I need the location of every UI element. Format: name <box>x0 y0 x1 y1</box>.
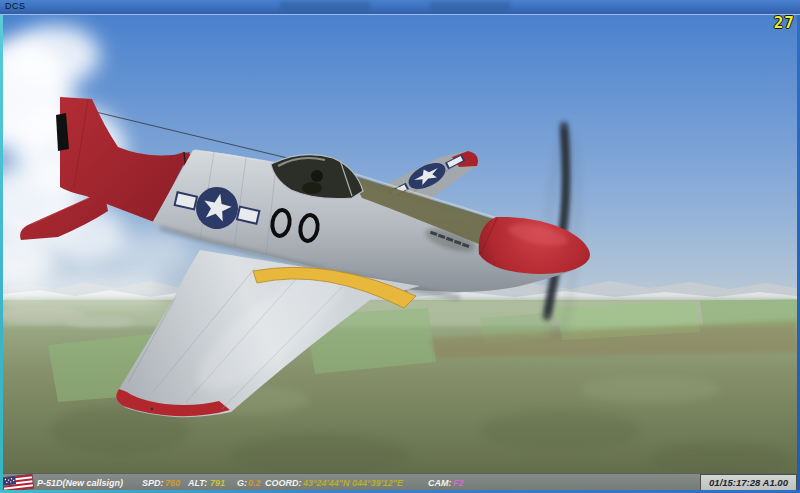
window-title: DCS <box>5 1 26 11</box>
fps-counter: 27 <box>774 15 795 32</box>
alt-label: ALT: <box>188 478 207 488</box>
titlebar-smudge <box>430 1 510 10</box>
coord-value: 43°24'44"N 044°39'12"E <box>303 478 403 488</box>
spd-value: 760 <box>165 478 180 488</box>
dcs-window: DCS <box>0 0 800 493</box>
cam-label: CAM: <box>428 478 452 488</box>
g-value: 0.2 <box>248 478 261 488</box>
alt-value: 791 <box>210 478 225 488</box>
status-bar: P-51D(New callsign) SPD: 760 ALT: 791 G:… <box>0 473 800 491</box>
scene <box>3 15 797 473</box>
cam-value: F2 <box>453 478 464 488</box>
spd-label: SPD: <box>142 478 164 488</box>
window-border-left <box>0 15 3 490</box>
game-viewport[interactable]: 27 <box>3 15 797 473</box>
g-label: G: <box>237 478 247 488</box>
pilot <box>311 170 323 182</box>
sim-clock: 01/15:17:28 A1.00 <box>700 474 797 491</box>
title-bar[interactable]: DCS <box>0 0 800 15</box>
aircraft-name: P-51D(New callsign) <box>37 478 123 488</box>
coord-label: COORD: <box>265 478 302 488</box>
titlebar-smudge <box>280 1 370 10</box>
